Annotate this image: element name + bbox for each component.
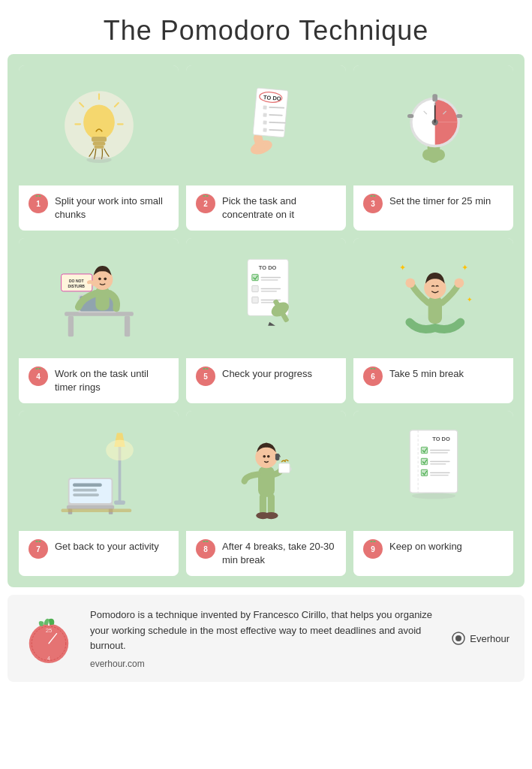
step-4-text: Work on the task until timer rings [55,366,170,394]
svg-rect-24 [263,128,266,131]
svg-rect-47 [74,312,119,315]
footer-url: everhour.com [90,659,437,669]
step-9-card: TO DO [353,411,513,576]
svg-point-76 [454,278,464,288]
svg-text:✦: ✦ [467,296,473,303]
svg-text:2: 2 [203,200,208,208]
svg-rect-74 [428,296,441,324]
step-1-badge: 1 [28,193,49,214]
step-2-image: TO DO [186,65,346,185]
svg-point-106 [263,455,266,458]
step-1-image [19,65,179,185]
step-1-label: 1 Split your work into small chunks [19,185,179,231]
step-2-text: Pick the task and concentrate on it [222,193,337,222]
svg-rect-43 [68,316,73,337]
svg-text:8: 8 [203,545,208,553]
svg-rect-89 [73,484,102,487]
svg-rect-95 [61,508,131,512]
step-8-text: After 4 breaks, take 20-30 min break [222,538,337,567]
svg-text:3: 3 [371,200,375,208]
steps-grid: 1 Split your work into small chunks TO D… [8,54,524,587]
svg-rect-22 [263,120,266,124]
step-6-label: 6 Take 5 min break [353,358,513,403]
svg-rect-91 [73,493,99,496]
svg-text:1: 1 [36,200,41,208]
svg-text:TO DO: TO DO [432,436,450,442]
step-9-badge: 9 [362,538,383,559]
svg-point-50 [98,278,101,281]
step-6-card: ✦ ✦ ✦ 6 Take 5 min break [353,238,513,403]
step-4-label: 4 Work on the task until timer rings [19,358,179,403]
step-9-label: 9 Keep on working [353,531,513,576]
step-5-text: Check your progress [222,366,312,381]
svg-text:4: 4 [47,656,50,661]
step-5-image: TO DO [186,238,346,358]
brand-name: Everhour [470,633,509,644]
svg-text:4: 4 [36,372,41,381]
svg-rect-101 [267,493,274,514]
svg-rect-62 [251,285,257,291]
step-8-label: 8 After 4 breaks, take 20-30 min break [186,531,346,576]
step-5-badge: 5 [195,366,216,387]
page-title: The Pomodoro Technique [0,0,532,54]
brand-logo: Everhour [452,632,509,645]
svg-line-23 [269,122,285,123]
step-4-card: DO NOT DISTURB 4 Work on the task until … [19,238,179,403]
svg-rect-65 [251,297,257,303]
svg-rect-84 [114,500,125,505]
step-6-image: ✦ ✦ ✦ [353,238,513,358]
svg-point-75 [405,278,415,288]
step-3-card: 3 Set the timer for 25 min [353,65,513,231]
svg-text:6: 6 [371,372,375,381]
step-2-card: TO DO 2 [186,65,346,231]
step-2-label: 2 Pick the task and concentrate on it [186,185,346,231]
svg-text:25: 25 [46,627,53,634]
step-3-image [353,65,513,185]
svg-text:✦: ✦ [461,263,467,272]
step-9-image: TO DO [353,411,513,531]
svg-rect-2 [92,137,107,142]
step-3-label: 3 Set the timer for 25 min [353,185,513,231]
svg-rect-34 [432,94,437,101]
svg-rect-18 [263,105,266,109]
step-7-card: 7 Get back to your activity [19,411,179,576]
step-9-text: Keep on working [389,538,462,553]
svg-text:DISTURB: DISTURB [68,284,85,288]
step-7-image [19,411,179,531]
step-8-image [186,411,346,531]
svg-text:9: 9 [371,545,375,553]
step-4-image: DO NOT DISTURB [19,238,179,358]
step-4-badge: 4 [28,366,49,387]
step-6-text: Take 5 min break [389,366,464,381]
svg-text:5: 5 [203,372,208,381]
step-3-text: Set the timer for 25 min [389,193,491,208]
step-8-card: 8 After 4 breaks, take 20-30 min break [186,411,346,576]
step-5-card: TO DO [186,238,346,403]
tomato-logo: 25 4 [23,607,75,670]
step-7-text: Get back to your activity [55,538,159,553]
svg-text:✦: ✦ [399,263,406,272]
step-1-text: Split your work into small chunks [55,193,170,222]
svg-point-10 [86,157,111,163]
svg-rect-90 [73,489,97,492]
svg-rect-100 [259,493,266,514]
step-7-label: 7 Get back to your activity [19,531,179,576]
footer: 25 4 Pomodoro is a technique invented by… [8,595,524,682]
svg-rect-35 [407,114,413,118]
svg-point-1 [83,105,115,140]
step-7-badge: 7 [28,538,49,559]
svg-rect-36 [456,114,462,118]
svg-rect-99 [278,463,290,473]
svg-rect-3 [92,142,105,146]
svg-rect-44 [124,316,129,337]
footer-text-block: Pomodoro is a technique invented by Fran… [90,608,437,669]
footer-description: Pomodoro is a technique invented by Fran… [90,608,437,654]
svg-point-51 [104,278,107,281]
step-8-badge: 8 [195,538,216,559]
svg-rect-20 [263,113,266,116]
svg-line-21 [269,115,282,116]
svg-text:TO DO: TO DO [258,264,276,271]
svg-rect-98 [258,466,275,497]
step-5-label: 5 Check your progress [186,358,346,403]
svg-line-19 [269,107,284,108]
